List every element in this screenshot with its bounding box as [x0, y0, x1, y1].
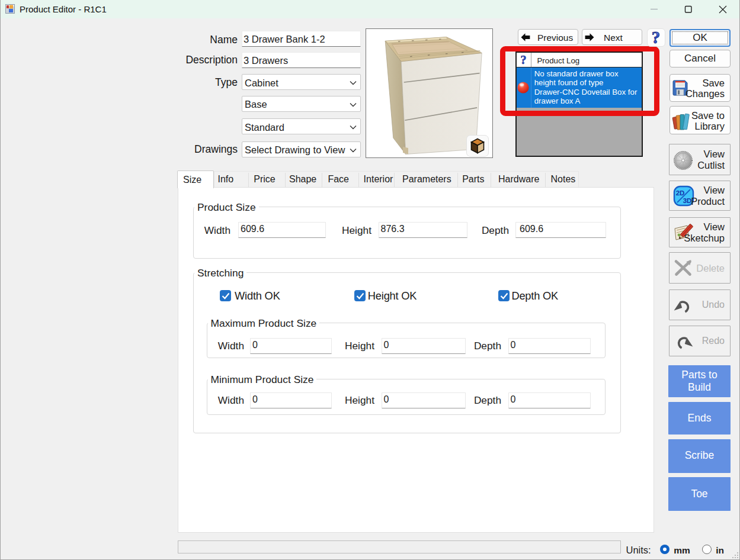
svg-text:?: ?: [652, 29, 661, 46]
svg-text:2D: 2D: [676, 189, 685, 197]
